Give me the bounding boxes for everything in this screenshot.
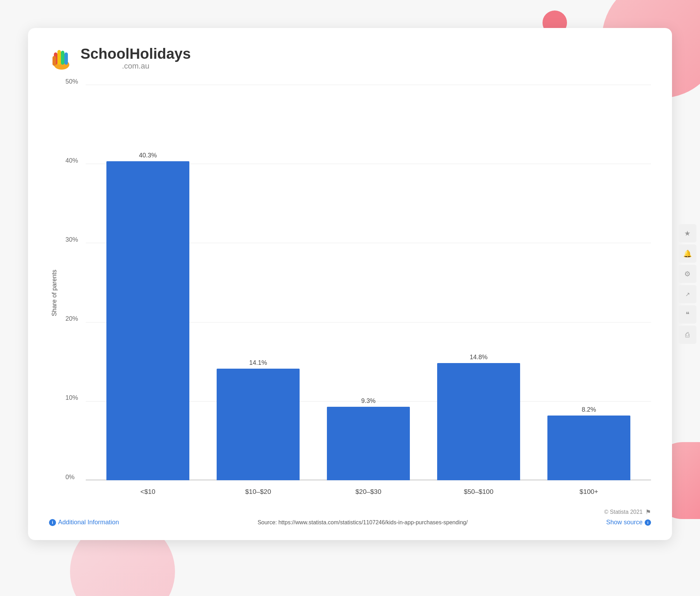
bar-lt10 [106,161,189,480]
grid-label-20: 20% [65,315,78,322]
bell-icon: 🔔 [683,249,692,258]
star-icon: ★ [684,229,691,237]
chart-inner: 50% 40% 30% 20% 10% [65,85,651,501]
logo-text: SchoolHolidays .com.au [80,46,191,70]
statista-credit: © Statista 2021 ⚑ [49,508,651,516]
grid-label-0: 0% [65,473,75,481]
x-label-50-100: $50–$100 [424,482,534,501]
bar-value-100plus: 8.2% [582,406,596,413]
toolbar-share-button[interactable]: ↗ [678,285,696,303]
chart-footer: © Statista 2021 ⚑ i Additional Informati… [49,508,651,526]
bar-50-100 [437,363,520,480]
x-label-10-20: $10–$20 [203,482,313,501]
source-url: Source: https://www.statista.com/statist… [119,519,606,526]
bar-group-20-30: 9.3% [313,85,424,480]
logo-name: SchoolHolidays [80,46,191,62]
grid-label-50: 50% [65,78,78,85]
print-icon: ⎙ [685,331,690,339]
show-source-button[interactable]: Show source i [606,519,651,526]
main-card: SchoolHolidays .com.au Share of parents … [28,28,672,540]
grid-line-0: 0% [86,480,651,481]
show-source-info-icon: i [645,519,651,526]
header: SchoolHolidays .com.au [49,45,651,71]
toolbar-bell-button[interactable]: 🔔 [678,244,696,263]
grid-label-10: 10% [65,394,78,402]
bar-value-lt10: 40.3% [139,152,157,159]
source-row: i Additional Information Source: https:/… [49,519,651,526]
gear-icon: ⚙ [684,270,691,278]
bar-group-10-20: 14.1% [203,85,313,480]
toolbar-gear-button[interactable]: ⚙ [678,265,696,283]
quote-icon: ❝ [686,310,690,319]
bar-value-10-20: 14.1% [249,359,267,367]
x-label-100plus: $100+ [534,482,644,501]
grid-label-40: 40% [65,157,78,164]
bar-value-50-100: 14.8% [470,354,488,361]
bar-group-50-100: 14.8% [424,85,534,480]
bar-group-lt10: 40.3% [93,85,203,480]
svg-rect-2 [57,50,61,65]
bar-value-20-30: 9.3% [361,397,376,405]
bars-area: 40.3% 14.1% 9.3% 14.8% [86,85,651,480]
share-icon: ↗ [685,291,690,298]
credit-text: © Statista 2021 [604,509,643,515]
toolbar-print-button[interactable]: ⎙ [678,326,696,344]
svg-rect-5 [52,56,56,66]
additional-info-label: Additional Information [58,519,119,526]
svg-rect-3 [61,51,64,65]
info-icon: i [49,519,56,526]
bar-100plus [547,416,630,480]
additional-info-button[interactable]: i Additional Information [49,519,119,526]
flag-icon: ⚑ [645,508,651,516]
svg-rect-4 [64,52,68,65]
side-toolbar: ★ 🔔 ⚙ ↗ ❝ ⎙ [678,224,696,344]
grid-label-30: 30% [65,236,78,243]
toolbar-star-button[interactable]: ★ [678,224,696,242]
chart-area: Share of parents 50% 40% 30% [49,85,651,501]
toolbar-quote-button[interactable]: ❝ [678,305,696,324]
logo-icon [49,45,74,71]
x-label-20-30: $20–$30 [313,482,424,501]
show-source-label: Show source [606,519,643,526]
bar-20-30 [327,407,410,480]
bar-group-100plus: 8.2% [534,85,644,480]
x-label-lt10: <$10 [93,482,203,501]
y-axis-label: Share of parents [49,85,59,501]
bar-10-20 [217,369,299,480]
x-axis-labels: <$10 $10–$20 $20–$30 $50–$100 $100+ [86,482,651,501]
chart-container: Share of parents 50% 40% 30% [49,85,651,501]
logo-domain: .com.au [80,62,191,70]
